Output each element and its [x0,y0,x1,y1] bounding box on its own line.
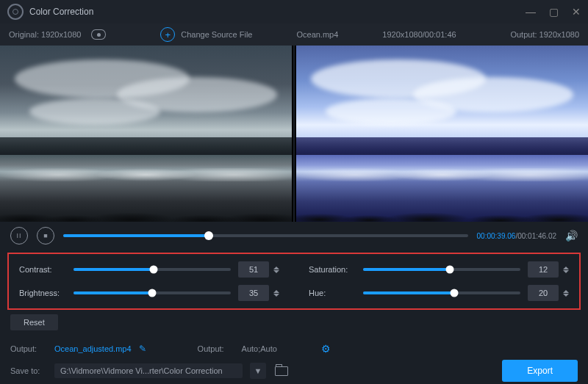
window-title: Color Correction [29,7,93,17]
preview-toggle-icon[interactable] [91,29,106,40]
saturation-down[interactable] [563,270,569,273]
save-path[interactable]: G:\Vidmore\Vidmore Vi...rter\Color Corre… [54,363,243,378]
contrast-slider[interactable] [74,268,231,271]
open-folder-button[interactable] [273,363,290,379]
output-resolution: Output: 1920x1080 [510,30,579,39]
time-display: 00:00:39.06/00:01:46.02 [477,232,556,240]
brightness-input[interactable] [238,285,269,301]
saturation-label: Saturation: [309,265,356,274]
contrast-label: Contrast: [19,265,66,274]
export-button[interactable]: Export [502,360,578,382]
hue-input[interactable] [528,285,559,301]
maximize-button[interactable]: ▢ [549,7,559,17]
output-settings-label: Output: [198,344,234,353]
minimize-button[interactable]: — [526,7,536,17]
close-button[interactable]: ✕ [572,7,581,17]
hue-up[interactable] [563,290,569,293]
color-controls-panel: Contrast: Saturation: Brightness: Hue: [7,253,581,310]
brightness-slider[interactable] [74,291,231,294]
app-logo-icon [7,4,24,20]
titlebar: Color Correction — ▢ ✕ [0,0,588,23]
output-settings-value: Auto;Auto [242,344,277,353]
reset-button[interactable]: Reset [10,314,58,330]
edit-output-filename-icon[interactable]: ✎ [139,344,146,354]
source-filename: Ocean.mp4 [296,30,338,39]
save-path-dropdown[interactable]: ▼ [250,363,266,379]
brightness-up[interactable] [273,290,279,293]
save-to-label: Save to: [10,366,47,375]
stop-button[interactable]: ■ [37,227,54,244]
total-time: 00:01:46.02 [517,232,556,240]
saturation-slider[interactable] [363,268,520,271]
output-settings-gear-icon[interactable]: ⚙ [321,343,331,355]
brightness-control: Brightness: [19,285,279,301]
pause-button[interactable]: II [10,227,28,244]
original-resolution: Original: 1920x1080 [9,30,81,39]
saturation-up[interactable] [563,267,569,269]
change-source-button[interactable]: Change Source File [181,30,252,39]
footer: Output: Ocean_adjusted.mp4 ✎ Output: Aut… [0,336,588,384]
output-file-label: Output: [10,344,47,353]
info-bar: Original: 1920x1080 + Change Source File… [0,23,588,46]
add-source-icon[interactable]: + [160,27,175,42]
timeline-slider[interactable] [63,234,468,237]
saturation-input[interactable] [528,261,559,278]
preview-area [0,46,588,222]
folder-icon [275,366,288,376]
output-filename: Ocean_adjusted.mp4 [54,344,132,353]
contrast-control: Contrast: [19,261,279,278]
hue-control: Hue: [309,285,569,301]
saturation-control: Saturation: [309,261,569,278]
source-resolution-duration: 1920x1080/00:01:46 [382,30,456,39]
hue-label: Hue: [309,289,356,297]
preview-adjusted [296,46,588,222]
brightness-label: Brightness: [19,289,66,297]
volume-icon[interactable]: 🔊 [565,230,578,242]
contrast-down[interactable] [273,270,279,273]
current-time: 00:00:39.06 [477,232,516,240]
hue-down[interactable] [563,294,569,297]
hue-slider[interactable] [363,291,520,294]
contrast-input[interactable] [238,261,269,278]
playback-bar: II ■ 00:00:39.06/00:01:46.02 🔊 [0,222,588,250]
contrast-up[interactable] [273,267,279,269]
preview-original [0,46,292,222]
brightness-down[interactable] [273,294,279,297]
